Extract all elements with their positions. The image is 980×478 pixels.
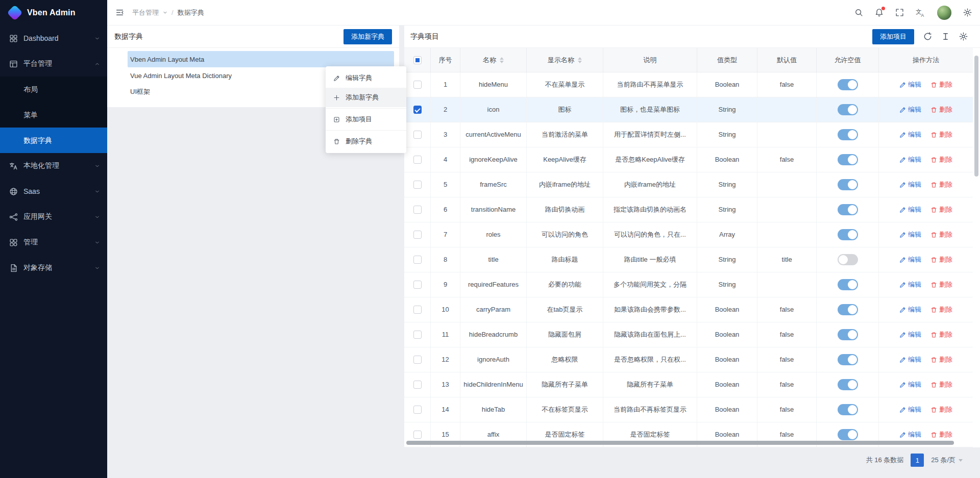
row-checkbox[interactable] [413,181,422,189]
refresh-icon[interactable] [923,32,932,41]
fullscreen-icon[interactable] [895,8,904,17]
edit-row-button[interactable]: 编辑 [899,80,921,89]
row-checkbox[interactable] [413,156,422,164]
delete-row-button[interactable]: 删除 [930,355,952,364]
edit-row-button[interactable]: 编辑 [899,130,921,139]
row-checkbox[interactable] [413,356,422,364]
nullable-toggle[interactable] [838,179,858,190]
edit-row-button[interactable]: 编辑 [899,355,921,364]
nullable-toggle[interactable] [838,379,858,390]
add-item-button[interactable]: 添加项目 [872,29,914,44]
nullable-toggle[interactable] [838,129,858,140]
nullable-toggle[interactable] [838,304,858,315]
nullable-toggle[interactable] [838,79,858,90]
sidebar-item-platform-management[interactable]: 平台管理 [0,51,107,77]
sidebar-item-saas[interactable]: Saas [0,179,107,204]
edit-row-button[interactable]: 编辑 [899,105,921,114]
sidebar-item-localization[interactable]: 本地化管理 [0,153,107,179]
horizontal-scrollbar-thumb[interactable] [406,441,954,445]
delete-row-button[interactable]: 删除 [930,380,952,389]
column-header[interactable]: 名称 [460,48,527,72]
delete-row-button[interactable]: 删除 [930,305,952,314]
delete-row-button[interactable]: 删除 [930,430,952,439]
edit-row-button[interactable]: 编辑 [899,155,921,164]
row-checkbox[interactable] [413,381,422,389]
sort-icon[interactable] [500,57,504,63]
sidebar-item-dashboard[interactable]: Dashboard [0,26,107,51]
row-checkbox[interactable] [413,81,422,89]
nullable-toggle[interactable] [838,429,858,440]
edit-row-button[interactable]: 编辑 [899,330,921,339]
nullable-toggle[interactable] [838,154,858,165]
delete-row-button[interactable]: 删除 [930,230,952,239]
edit-row-button[interactable]: 编辑 [899,180,921,189]
sidebar-item-app-gateway[interactable]: 应用网关 [0,204,107,230]
table-row[interactable]: 4 ignoreKeepAlive KeepAlive缓存 是否忽略KeepAl… [404,147,973,172]
nullable-toggle[interactable] [838,229,858,240]
select-all-checkbox[interactable] [413,56,422,64]
sidebar-subitem-data-dictionary[interactable]: 数据字典 [0,128,107,153]
row-height-icon[interactable] [941,32,950,41]
edit-row-button[interactable]: 编辑 [899,405,921,414]
table-row[interactable]: 7 roles 可以访问的角色 可以访问的角色，只在... Array 编辑 删… [404,222,973,247]
row-checkbox[interactable] [413,331,422,339]
settings-gear-icon[interactable] [963,8,972,17]
table-row[interactable]: 3 currentActiveMenu 当前激活的菜单 用于配置详情页时左侧..… [404,122,973,147]
context-menu-item-delete-dictionary[interactable]: 删除字典 [326,132,406,151]
table-row[interactable]: 11 hideBreadcrumb 隐藏面包屑 隐藏该路由在面包屑上... Bo… [404,322,973,347]
delete-row-button[interactable]: 删除 [930,155,952,164]
context-menu-item-edit-dictionary[interactable]: 编辑字典 [326,68,406,88]
notification-bell-icon[interactable] [875,8,884,17]
row-checkbox[interactable] [413,306,422,314]
table-row[interactable]: 9 requiredFeatures 必要的功能 多个功能间用英文，分隔 Str… [404,272,973,297]
search-icon[interactable] [854,8,863,17]
table-settings-gear-icon[interactable] [959,32,968,41]
table-row[interactable]: 14 hideTab 不在标签页显示 当前路由不再标签页显示 Boolean f… [404,397,973,422]
row-checkbox[interactable] [413,131,422,139]
edit-row-button[interactable]: 编辑 [899,205,921,214]
row-checkbox[interactable] [413,106,422,114]
edit-row-button[interactable]: 编辑 [899,305,921,314]
vertical-scrollbar-thumb[interactable] [974,56,978,177]
sidebar-subitem-menu[interactable]: 菜单 [0,102,107,128]
table-row[interactable]: 2 icon 图标 图标，也是菜单图标 String 编辑 删除 [404,97,973,122]
row-checkbox[interactable] [413,406,422,414]
delete-row-button[interactable]: 删除 [930,330,952,339]
row-checkbox[interactable] [413,231,422,239]
nullable-toggle[interactable] [838,279,858,290]
row-checkbox[interactable] [413,256,422,264]
dictionary-list-item[interactable]: Vben Admin Layout Meta [128,51,394,67]
translate-icon[interactable]: 文A [916,8,925,17]
table-row[interactable]: 12 ignoreAuth 忽略权限 是否忽略权限，只在权... Boolean… [404,347,973,372]
nullable-toggle[interactable] [838,204,858,215]
edit-row-button[interactable]: 编辑 [899,430,921,439]
delete-row-button[interactable]: 删除 [930,280,952,289]
table-row[interactable]: 13 hideChildrenInMenu 隐藏所有子菜单 隐藏所有子菜单 Bo… [404,372,973,397]
delete-row-button[interactable]: 删除 [930,130,952,139]
delete-row-button[interactable]: 删除 [930,405,952,414]
delete-row-button[interactable]: 删除 [930,180,952,189]
table-row[interactable]: 6 transitionName 路由切换动画 指定该路由切换的动画名 Stri… [404,197,973,222]
breadcrumb-item-dictionary[interactable]: 数据字典 [178,8,204,17]
edit-row-button[interactable]: 编辑 [899,230,921,239]
nullable-toggle[interactable] [838,254,858,265]
context-menu-item-add-item[interactable]: 添加项目 [326,110,406,129]
nullable-toggle[interactable] [838,354,858,365]
row-checkbox[interactable] [413,206,422,214]
table-row[interactable]: 8 title 路由标题 路由title 一般必填 String title 编… [404,247,973,272]
breadcrumb-item-platform[interactable]: 平台管理 [132,8,159,17]
collapse-sidebar-icon[interactable] [115,8,124,17]
delete-row-button[interactable]: 删除 [930,205,952,214]
edit-row-button[interactable]: 编辑 [899,380,921,389]
add-dictionary-button[interactable]: 添加新字典 [344,29,392,44]
table-row[interactable]: 10 carryParam 在tab页显示 如果该路由会携带参数... Bool… [404,297,973,322]
row-checkbox[interactable] [413,431,422,439]
edit-row-button[interactable]: 编辑 [899,255,921,264]
column-header[interactable]: 显示名称 [527,48,603,72]
context-menu-item-add-new-dictionary[interactable]: 添加新字典 [326,88,406,107]
nullable-toggle[interactable] [838,329,858,340]
table-row[interactable]: 5 frameSrc 内嵌iframe的地址 内嵌iframe的地址 Strin… [404,172,973,197]
avatar[interactable] [937,6,951,20]
sort-icon[interactable] [578,57,582,63]
horizontal-scrollbar[interactable] [406,441,971,445]
